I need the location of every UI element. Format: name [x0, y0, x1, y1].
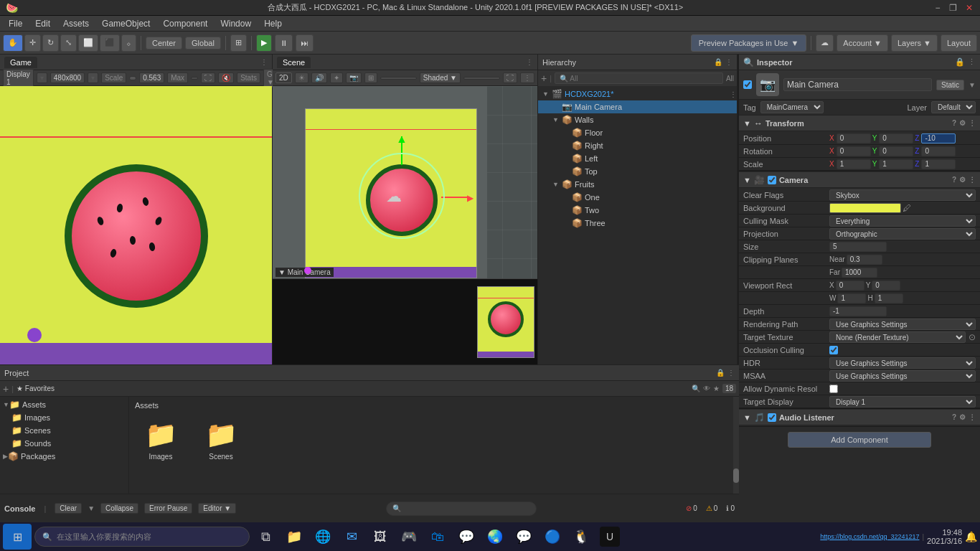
transform-more[interactable]: ⋮: [969, 119, 976, 127]
hierarchy-item-walls[interactable]: ▼ 📦 Walls: [538, 113, 737, 126]
targettexture-select[interactable]: None (Render Texture): [829, 331, 966, 343]
eyeball-btn[interactable]: 👁: [703, 385, 710, 392]
menu-edit[interactable]: Edit: [29, 17, 56, 30]
camera-help[interactable]: ?: [952, 176, 956, 184]
scale-tool[interactable]: ⤡: [60, 34, 77, 52]
asset-images[interactable]: 📁 Images: [132, 414, 189, 466]
projection-select[interactable]: Orthographic: [829, 228, 976, 240]
position-x[interactable]: [837, 133, 871, 143]
project-scrollbar-thumb[interactable]: [733, 468, 739, 483]
create-search[interactable]: 🔍: [692, 385, 700, 392]
hierarchy-item-hcdxg[interactable]: ▼ 🎬 HCDXG2021* ⋮: [538, 88, 737, 100]
photos-button[interactable]: 🖼: [367, 524, 393, 550]
project-packages-row[interactable]: ▶ 📦 Packages: [0, 450, 128, 463]
menu-file[interactable]: File: [3, 17, 28, 30]
transform-help[interactable]: ?: [952, 119, 956, 127]
audio-settings-icon[interactable]: ⚙: [959, 413, 966, 421]
browser-button[interactable]: 🌏: [482, 524, 508, 550]
hierarchy-item-two[interactable]: 📦 Two: [538, 204, 737, 217]
hdr-select[interactable]: Use Graphics Settings: [829, 357, 976, 369]
project-dots[interactable]: ⋮: [727, 369, 735, 377]
background-eyedropper[interactable]: 🖊: [903, 203, 911, 213]
scene-tab[interactable]: Scene: [277, 57, 311, 68]
collab-button[interactable]: ☁: [816, 34, 834, 52]
notification-icon[interactable]: 🔔: [965, 531, 977, 542]
gizmo-btn[interactable]: ⊞: [364, 72, 377, 83]
hierarchy-item-right[interactable]: 📦 Right: [538, 139, 737, 152]
store-button[interactable]: 🛍: [425, 524, 451, 550]
mute-icon[interactable]: 🔇: [218, 72, 234, 83]
tag-select[interactable]: MainCamera: [760, 101, 824, 113]
project-images-row[interactable]: 📁 Images: [0, 411, 128, 424]
start-button[interactable]: ⊞: [3, 524, 32, 550]
console-errorpause-button[interactable]: Error Pause: [144, 503, 192, 514]
position-z[interactable]: [921, 133, 956, 143]
clearflags-select[interactable]: Skybox: [829, 189, 976, 201]
camera-header[interactable]: ▼ 🎥 Camera ? ⚙ ⋮: [739, 172, 980, 188]
menu-window[interactable]: Window: [215, 17, 257, 30]
explorer-button[interactable]: 📁: [281, 524, 307, 550]
static-button[interactable]: Static: [936, 80, 964, 90]
notification-link[interactable]: https://blog.csdn.net/qq_32241217: [820, 533, 919, 540]
custom-tool[interactable]: ⬦: [121, 34, 136, 52]
light-btn[interactable]: ☀: [295, 72, 308, 83]
hierarchy-dots[interactable]: ⋮: [725, 58, 732, 66]
task-view-button[interactable]: ⧉: [253, 524, 278, 550]
stats-btn[interactable]: Stats: [237, 72, 260, 83]
taskbar-search[interactable]: 🔍 在这里输入你要搜索的内容: [34, 527, 250, 547]
transform-header[interactable]: ▼ ↔ Transform ? ⚙ ⋮: [739, 116, 980, 131]
edge-button[interactable]: 🌐: [310, 524, 336, 550]
minimize-button[interactable]: −: [933, 3, 943, 13]
audio-more[interactable]: ⋮: [969, 413, 976, 421]
unity-taskbar-button[interactable]: 🎮: [396, 524, 422, 550]
hierarchy-item-floor[interactable]: 📦 Floor: [538, 126, 737, 139]
hierarchy-item-top[interactable]: 📦 Top: [538, 165, 737, 178]
global-button[interactable]: Global: [185, 37, 221, 50]
game-tab[interactable]: Game: [4, 57, 37, 68]
obj-active-checkbox[interactable]: [743, 80, 752, 89]
chrome-button[interactable]: 🔵: [540, 524, 565, 550]
scale-thumb[interactable]: [129, 76, 136, 80]
menu-component[interactable]: Component: [157, 17, 213, 30]
rotation-z[interactable]: [921, 146, 956, 156]
scale-z[interactable]: [921, 159, 956, 169]
scene-dots2[interactable]: ⋮: [520, 72, 534, 83]
grid-button[interactable]: ⊞: [230, 34, 247, 52]
dynamicresol-checkbox[interactable]: [829, 385, 838, 393]
rotation-x[interactable]: [837, 146, 871, 156]
console-editor-button[interactable]: Editor ▼: [198, 503, 236, 514]
audio-listener-header[interactable]: ▼ 🎵 Audio Listener ? ⚙ ⋮: [739, 410, 980, 425]
scale-y[interactable]: [879, 159, 913, 169]
project-scrollbar[interactable]: [733, 397, 739, 494]
hierarchy-item-maincam[interactable]: 📷 Main Camera: [538, 100, 737, 113]
occlusion-checkbox[interactable]: [829, 346, 838, 354]
layers-button[interactable]: Layers ▼: [891, 34, 938, 52]
scene-dots[interactable]: ⋮: [526, 58, 533, 66]
project-assets-row[interactable]: ▼ 📁 Assets: [0, 398, 128, 411]
inspector-lock[interactable]: 🔒: [955, 57, 965, 67]
background-color-swatch[interactable]: [829, 203, 901, 213]
renderingpath-select[interactable]: Use Graphics Settings: [829, 319, 976, 330]
step-button[interactable]: ⏭: [296, 34, 314, 52]
obj-name-input[interactable]: [783, 78, 932, 91]
camera-active-checkbox[interactable]: [768, 176, 776, 184]
game-header-dots[interactable]: ⋮: [260, 58, 268, 66]
near-input[interactable]: [847, 255, 882, 265]
play-button[interactable]: ▶: [256, 34, 272, 52]
menu-help[interactable]: Help: [258, 17, 288, 30]
targettexture-circle[interactable]: ⊙: [969, 332, 976, 342]
camera-more[interactable]: ⋮: [969, 176, 976, 184]
hierarchy-lock[interactable]: 🔒: [714, 58, 722, 66]
project-plus[interactable]: +: [3, 383, 9, 395]
close-button[interactable]: ✕: [964, 3, 974, 13]
size-input[interactable]: [829, 242, 887, 252]
console-collapse-button[interactable]: Collapse: [100, 503, 138, 514]
audio-help[interactable]: ?: [952, 413, 956, 421]
pause-button[interactable]: ⏸: [275, 34, 293, 52]
discord-button[interactable]: 💬: [453, 524, 479, 550]
fx-btn[interactable]: ✦: [330, 72, 343, 83]
console-search-input[interactable]: [386, 501, 537, 516]
scene-cam-btn[interactable]: 📷: [346, 72, 362, 83]
rotate-tool[interactable]: ↻: [42, 34, 59, 52]
vp-y[interactable]: [872, 281, 900, 291]
